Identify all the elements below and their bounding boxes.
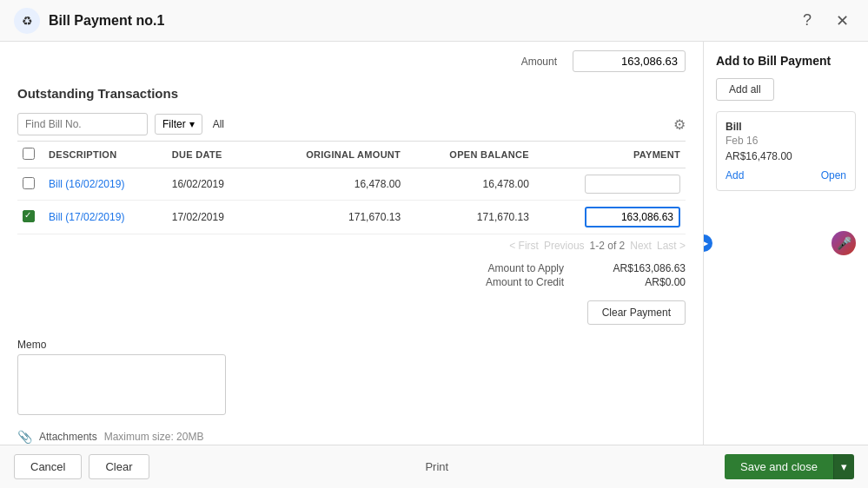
filter-button[interactable]: Filter ▾ bbox=[155, 114, 202, 135]
clear-button[interactable]: Clear bbox=[89, 454, 149, 479]
amount-to-credit-value: AR$0.00 bbox=[581, 276, 686, 288]
amount-label: Amount bbox=[521, 56, 557, 68]
pagination: < First Previous 1-2 of 2 Next Last > bbox=[0, 234, 703, 257]
sidebar-title: Add to Bill Payment bbox=[716, 54, 856, 68]
memo-section: Memo bbox=[0, 332, 703, 425]
amount-to-apply-value: AR$163,086.63 bbox=[581, 262, 686, 274]
header-right: ? ✕ bbox=[795, 9, 854, 33]
bill-card-add-link[interactable]: Add bbox=[726, 169, 744, 181]
pagination-previous[interactable]: Previous bbox=[544, 240, 585, 252]
amount-row: Amount bbox=[0, 42, 703, 79]
col-header-description: DESCRIPTION bbox=[43, 142, 167, 168]
bill-card: Bill Feb 16 AR$16,478.00 Add Open bbox=[716, 111, 856, 191]
row1-checkbox[interactable] bbox=[23, 177, 35, 189]
row1-description[interactable]: Bill (16/02/2019) bbox=[43, 168, 167, 201]
row2-due-date: 17/02/2019 bbox=[167, 201, 256, 234]
bill-card-type: Bill bbox=[726, 121, 846, 133]
row1-open-balance: 16,478.00 bbox=[406, 168, 534, 201]
settings-gear-button[interactable]: ⚙ bbox=[673, 116, 686, 133]
pagination-first[interactable]: < First bbox=[509, 240, 539, 252]
sidebar-toggle-button[interactable]: ▶ bbox=[703, 234, 712, 252]
bill-card-amount: AR$16,478.00 bbox=[726, 150, 846, 162]
microphone-icon[interactable]: 🎤 bbox=[832, 231, 856, 255]
footer-left: Cancel Clear bbox=[14, 454, 149, 479]
help-button[interactable]: ? bbox=[795, 9, 819, 33]
cancel-button[interactable]: Cancel bbox=[14, 454, 82, 479]
app-logo-icon: ♻ bbox=[14, 8, 40, 34]
row2-payment-cell bbox=[534, 201, 686, 234]
col-header-checkbox bbox=[17, 142, 43, 168]
col-header-open-balance: OPEN BALANCE bbox=[406, 142, 534, 168]
pagination-last[interactable]: Last > bbox=[657, 240, 686, 252]
row2-checkbox-cell bbox=[17, 201, 43, 234]
add-all-button[interactable]: Add all bbox=[716, 78, 774, 101]
main-content: Amount Outstanding Transactions Filter ▾… bbox=[0, 42, 703, 445]
clear-payment-button[interactable]: Clear Payment bbox=[587, 300, 686, 325]
bill-card-actions: Add Open bbox=[726, 169, 846, 181]
print-button[interactable]: Print bbox=[425, 460, 448, 473]
row1-payment-cell bbox=[534, 168, 686, 201]
row1-due-date: 16/02/2019 bbox=[167, 168, 256, 201]
row1-checkbox-cell bbox=[17, 168, 43, 201]
row1-original-amount: 16,478.00 bbox=[256, 168, 407, 201]
modal-footer: Cancel Clear Print Save and close ▾ bbox=[0, 445, 868, 488]
amount-to-apply-label: Amount to Apply bbox=[488, 262, 564, 274]
sidebar: ▶ Add to Bill Payment Add all Bill Feb 1… bbox=[703, 42, 868, 445]
pagination-next[interactable]: Next bbox=[630, 240, 652, 252]
filter-all-label: All bbox=[213, 118, 224, 130]
section-title: Outstanding Transactions bbox=[0, 79, 703, 108]
modal-body: Amount Outstanding Transactions Filter ▾… bbox=[0, 42, 868, 445]
transactions-table-wrapper: DESCRIPTION DUE DATE ORIGINAL AMOUNT OPE… bbox=[0, 141, 703, 234]
row1-payment-input[interactable] bbox=[585, 175, 680, 194]
header-left: ♻ Bill Payment no.1 bbox=[14, 8, 164, 34]
table-row: Bill (17/02/2019) 17/02/2019 171,670.13 … bbox=[17, 201, 686, 234]
select-all-checkbox[interactable] bbox=[23, 148, 35, 160]
attachments-size: Maximum size: 20MB bbox=[104, 431, 204, 443]
transactions-table: DESCRIPTION DUE DATE ORIGINAL AMOUNT OPE… bbox=[17, 141, 686, 234]
paperclip-icon: 📎 bbox=[17, 430, 32, 444]
row2-payment-input[interactable] bbox=[585, 207, 680, 228]
attachments-section: 📎 Attachments Maximum size: 20MB bbox=[0, 425, 703, 445]
modal-header: ♻ Bill Payment no.1 ? ✕ bbox=[0, 0, 868, 42]
amount-to-credit-label: Amount to Credit bbox=[486, 276, 564, 288]
filter-label: Filter bbox=[162, 118, 186, 130]
find-bill-input[interactable] bbox=[17, 113, 148, 135]
save-close-dropdown-button[interactable]: ▾ bbox=[833, 454, 854, 479]
filter-chevron-icon: ▾ bbox=[189, 118, 195, 130]
table-row: Bill (16/02/2019) 16/02/2019 16,478.00 1… bbox=[17, 168, 686, 201]
row2-open-balance: 171,670.13 bbox=[406, 201, 534, 234]
amount-input[interactable] bbox=[573, 50, 686, 72]
amount-to-credit-row: Amount to Credit AR$0.00 bbox=[486, 276, 686, 288]
bill-card-open-link[interactable]: Open bbox=[821, 169, 846, 181]
row2-description[interactable]: Bill (17/02/2019) bbox=[43, 201, 167, 234]
modal-title: Bill Payment no.1 bbox=[49, 13, 164, 29]
save-and-close-button[interactable]: Save and close bbox=[725, 454, 833, 479]
col-header-original-amount: ORIGINAL AMOUNT bbox=[256, 142, 407, 168]
amount-to-apply-row: Amount to Apply AR$163,086.63 bbox=[488, 262, 686, 274]
memo-label: Memo bbox=[17, 339, 686, 351]
title-number: no.1 bbox=[136, 13, 164, 28]
pagination-range: 1-2 of 2 bbox=[590, 240, 626, 252]
bill-card-date: Feb 16 bbox=[726, 135, 846, 147]
row2-checkbox[interactable] bbox=[23, 210, 35, 222]
memo-input[interactable] bbox=[17, 354, 226, 415]
row2-original-amount: 171,670.13 bbox=[256, 201, 407, 234]
filter-bar: Filter ▾ All ⚙ bbox=[0, 108, 703, 141]
clear-payment-row: Clear Payment bbox=[0, 293, 703, 332]
attachments-label: Attachments bbox=[39, 431, 97, 443]
title-text: Bill Payment bbox=[49, 13, 132, 28]
save-close-group: Save and close ▾ bbox=[725, 454, 854, 479]
close-button[interactable]: ✕ bbox=[830, 9, 854, 33]
col-header-due-date: DUE DATE bbox=[167, 142, 256, 168]
summary-section: Amount to Apply AR$163,086.63 Amount to … bbox=[0, 257, 703, 293]
col-header-payment: PAYMENT bbox=[534, 142, 686, 168]
